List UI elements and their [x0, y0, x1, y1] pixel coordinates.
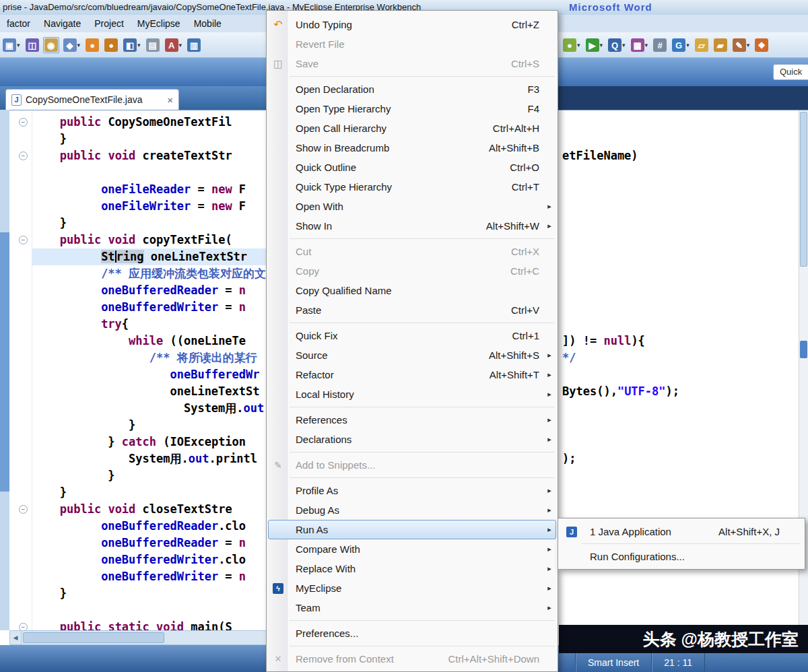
code-fragment[interactable]: ); — [562, 450, 576, 467]
menu-item-show-in-breadcrumb[interactable]: Show in BreadcrumbAlt+Shift+B — [268, 138, 556, 158]
search-icon[interactable]: Q▾ — [607, 37, 627, 53]
signature-icon[interactable]: A▾ — [164, 37, 184, 53]
menu-item-open-call-hierarchy[interactable]: Open Call HierarchyCtrl+Alt+H — [268, 119, 556, 138]
menu-item-replace-with[interactable]: Replace With▸ — [268, 559, 556, 578]
paint-icon[interactable]: ◉ — [43, 37, 59, 53]
code-line[interactable]: /** 应用缓冲流类包装对应的文本 — [39, 265, 285, 282]
menu-item-undo-typing[interactable]: ↶Undo TypingCtrl+Z — [268, 15, 556, 34]
menu-item-1-java-application[interactable]: J1 Java ApplicationAlt+Shift+X, J — [561, 521, 802, 541]
menubar-item-project[interactable]: Project — [88, 15, 131, 32]
dropdown-arrow-icon[interactable]: ▾ — [77, 42, 81, 48]
menubar-item-myeclipse[interactable]: MyEclipse — [131, 15, 187, 32]
menu-item-declarations[interactable]: Declarations▸ — [268, 430, 556, 449]
code-line[interactable]: } — [39, 484, 285, 501]
menu-item-myeclipse[interactable]: ϟMyEclipse▸ — [268, 578, 556, 598]
tab-close-icon[interactable]: × — [167, 95, 173, 105]
code-line[interactable]: oneFileReader = new F — [39, 181, 285, 198]
fold-collapse-icon[interactable]: − — [19, 118, 28, 127]
menu-item-cut[interactable]: CutCtrl+X — [268, 242, 556, 261]
code-line[interactable]: oneBufferedWriter.clo — [39, 551, 285, 568]
code-line[interactable]: public void closeTextStre — [39, 501, 285, 518]
menu-item-revert-file[interactable]: Revert File — [268, 34, 556, 54]
code-line[interactable]: public CopySomeOneTextFil — [39, 114, 285, 131]
folding-gutter[interactable]: −−−−− — [9, 110, 32, 630]
new-file-icon[interactable]: ▣▾ — [1, 37, 22, 53]
code-line[interactable]: } — [39, 417, 285, 434]
menu-item-refactor[interactable]: RefactorAlt+Shift+T▸ — [268, 365, 556, 384]
code-line[interactable]: oneBufferedReader.clo — [39, 518, 285, 535]
code-line[interactable]: try{ — [39, 316, 285, 333]
coverage-icon[interactable]: ▦▾ — [630, 37, 650, 53]
code-line[interactable]: /** 将所读出的某行 — [39, 349, 285, 366]
dropdown-arrow-icon[interactable]: ▾ — [577, 42, 580, 48]
code-line[interactable]: oneBufferedWr — [39, 366, 285, 383]
run-icon[interactable]: ▶▾ — [584, 37, 605, 53]
web-icon[interactable]: G▾ — [671, 37, 691, 53]
print-icon[interactable]: ▤ — [145, 37, 161, 53]
code-line[interactable]: oneBufferedWriter = n — [39, 568, 285, 585]
menu-item-copy[interactable]: CopyCtrl+C — [268, 261, 556, 281]
code-line[interactable]: public static void main(S — [39, 619, 285, 630]
folder-icon[interactable]: ▱ — [694, 37, 710, 53]
dropdown-arrow-icon[interactable]: ▾ — [17, 42, 20, 48]
menubar-item-factor[interactable]: factor — [0, 15, 37, 32]
menu-item-open-type-hierarchy[interactable]: Open Type HierarchyF4 — [268, 99, 556, 119]
code-line[interactable]: oneBufferedReader = n — [39, 535, 285, 551]
horizontal-scrollbar-thumb[interactable] — [23, 632, 164, 643]
seal-pair-icon[interactable]: ● — [103, 37, 119, 53]
validate-seal-icon[interactable]: ● — [84, 37, 100, 53]
fold-collapse-icon[interactable]: − — [19, 236, 28, 244]
menu-item-team[interactable]: Team▸ — [268, 598, 556, 617]
menubar-item-mobile[interactable]: Mobile — [187, 15, 228, 32]
menu-item-quick-outline[interactable]: Quick OutlineCtrl+O — [268, 158, 556, 177]
dropdown-arrow-icon[interactable]: ▾ — [600, 42, 603, 48]
menu-item-open-with[interactable]: Open With▸ — [268, 197, 556, 216]
menu-item-copy-qualified-name[interactable]: Copy Qualified Name — [268, 281, 556, 300]
code-fragment[interactable]: ]) != null){ — [562, 333, 645, 349]
horizontal-scrollbar[interactable]: ◀ — [9, 630, 269, 645]
grid-icon[interactable]: # — [652, 37, 668, 53]
menu-item-preferences[interactable]: Preferences... — [268, 624, 556, 643]
fold-collapse-icon[interactable]: − — [19, 623, 28, 630]
menu-item-run-configurations[interactable]: Run Configurations... — [561, 546, 802, 566]
quick-access-input[interactable]: Quick — [773, 64, 808, 80]
dropdown-arrow-icon[interactable]: ▾ — [622, 42, 626, 48]
menu-item-debug-as[interactable]: Debug As▸ — [268, 500, 556, 520]
fold-collapse-icon[interactable]: − — [19, 505, 28, 514]
code-line[interactable]: while ((oneLineTe — [39, 333, 285, 349]
menu-item-references[interactable]: References▸ — [268, 410, 556, 430]
menu-item-source[interactable]: SourceAlt+Shift+S▸ — [268, 345, 556, 365]
pencil-icon[interactable]: ✎▾ — [731, 37, 751, 53]
code-fragment[interactable]: etFileName) — [562, 147, 638, 164]
menu-item-run-as[interactable]: Run As▸ — [268, 520, 556, 539]
menu-item-quick-type-hierarchy[interactable]: Quick Type HierarchyCtrl+T — [268, 177, 556, 197]
code-line[interactable]: String oneLineTextStr — [39, 248, 285, 265]
code-line[interactable]: } — [39, 131, 285, 147]
code-line[interactable]: oneFileWriter = new F — [39, 198, 285, 215]
book-icon[interactable]: ▥ — [186, 37, 202, 53]
code-line[interactable] — [39, 602, 285, 619]
palette-icon[interactable]: ❖ — [753, 37, 770, 53]
code-line[interactable]: System用.out.pr — [39, 400, 285, 417]
code-fragment[interactable]: Bytes(),"UTF-8"); — [562, 383, 679, 400]
dropdown-arrow-icon[interactable]: ▾ — [686, 42, 689, 48]
code-line[interactable]: System用.out.printl — [39, 450, 285, 467]
dropdown-arrow-icon[interactable]: ▾ — [137, 42, 141, 48]
scroll-left-arrow-icon[interactable]: ◀ — [10, 631, 22, 644]
code-line[interactable]: oneBufferedWriter = n — [39, 299, 285, 316]
code-line[interactable]: } — [39, 585, 285, 602]
wrench-icon[interactable]: ◆▾ — [62, 37, 82, 53]
menubar-item-navigate[interactable]: Navigate — [37, 15, 88, 32]
menu-item-paste[interactable]: PasteCtrl+V — [268, 300, 556, 320]
menu-item-add-to-snippets[interactable]: ✎Add to Snippets... — [268, 455, 556, 475]
tab-copysomeonetextfile[interactable]: J CopySomeOneTextFile.java × — [5, 89, 179, 110]
save-icon[interactable]: ◫ — [24, 37, 40, 53]
menu-item-local-history[interactable]: Local History▸ — [268, 384, 556, 404]
code-line[interactable]: oneLineTextSt — [39, 383, 285, 400]
debug-icon[interactable]: ●▾ — [562, 37, 582, 53]
menu-item-quick-fix[interactable]: Quick FixCtrl+1 — [268, 326, 556, 345]
dropdown-arrow-icon[interactable]: ▾ — [747, 42, 750, 48]
fold-collapse-icon[interactable]: − — [19, 152, 28, 160]
menu-item-show-in[interactable]: Show InAlt+Shift+W▸ — [268, 216, 556, 236]
menu-item-remove-from-context[interactable]: ✕Remove from ContextCtrl+Alt+Shift+Down — [268, 649, 556, 669]
